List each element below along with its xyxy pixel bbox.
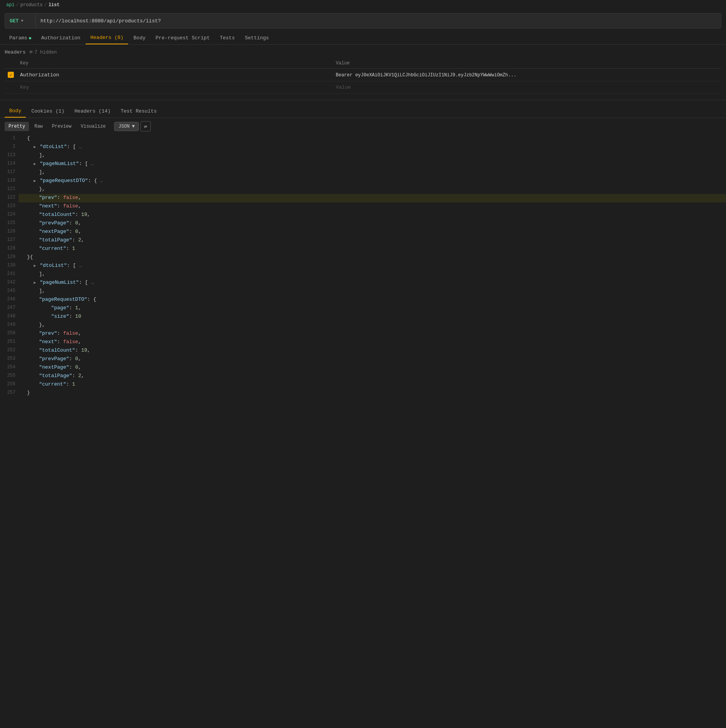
params-dot [29,37,31,39]
line-number: 118 [0,177,19,185]
line-number: 128 [0,245,19,253]
line-content: "nextPage": 0, [19,228,726,236]
method-dropdown[interactable]: GET ▼ [5,13,36,28]
line-number: 246 [0,296,19,304]
json-line-118: 118 ▶"pageRequestDTO": { … [0,177,726,185]
line-number: 124 [0,211,19,219]
format-raw[interactable]: Raw [30,122,47,131]
format-preview-label: Preview [52,124,71,129]
header-row-empty: Key Value [5,81,721,94]
col-value: Value [333,58,722,69]
line-content: "prevPage": 0, [19,355,726,364]
line-number: 242 [0,279,19,287]
headers-label-row: Headers 👁 7 hidden [5,48,721,57]
line-content: ▶"pageRequestDTO": { … [19,177,726,185]
json-line-251: 251 "next": false, [0,338,726,347]
tab-params[interactable]: Params [5,32,36,44]
json-line-248: 248 "size": 10 [0,313,726,321]
line-content: "next": false, [19,338,726,347]
response-tab-cookies[interactable]: Cookies (1) [27,105,69,117]
tab-settings-label: Settings [245,35,269,41]
line-number: 250 [0,330,19,338]
tab-authorization[interactable]: Authorization [37,32,85,44]
authorization-value: Bearer eyJ0eXAiOiJKV1QiLCJhbGciOiJIUzI1N… [336,72,517,78]
response-tab-headers[interactable]: Headers (14) [70,105,115,117]
wrap-button[interactable]: ⇌ [140,121,150,131]
json-line-127: 127 "totalPage": 2, [0,236,726,245]
response-tab-body[interactable]: Body [5,105,26,118]
breadcrumb-api[interactable]: api [6,2,15,8]
line-content: }{ [19,253,726,262]
line-content: ▶"pageNumList": [ … [19,160,726,169]
tab-tests-label: Tests [220,35,235,41]
tab-prerequest-label: Pre-request Script [155,35,209,41]
value-placeholder[interactable]: Value [336,84,351,90]
tab-headers[interactable]: Headers (8) [86,32,128,44]
line-number: 241 [0,270,19,279]
line-content: "nextPage": 0, [19,364,726,372]
key-placeholder[interactable]: Key [20,84,29,90]
line-content: ▶"pageNumList": [ … [19,279,726,287]
line-number: 252 [0,347,19,355]
url-input[interactable] [36,18,721,24]
tab-prerequest[interactable]: Pre-request Script [151,32,214,44]
tab-settings[interactable]: Settings [240,32,274,44]
line-number: 126 [0,228,19,236]
collapse-arrow[interactable]: ▶ [34,280,39,285]
json-line-128: 128 "current": 1 [0,245,726,253]
line-content: ], [19,287,726,296]
headers-label: Headers [5,49,26,55]
line-number: 113 [0,152,19,160]
json-line-241: 241 ], [0,270,726,279]
tab-tests[interactable]: Tests [215,32,240,44]
line-number: 127 [0,236,19,245]
wrap-icon: ⇌ [144,123,147,130]
tab-body[interactable]: Body [129,32,150,44]
json-line-1: 1{ [0,135,726,143]
breadcrumb-products[interactable]: products [20,2,43,8]
line-content: "current": 1 [19,381,726,389]
collapse-arrow[interactable]: ▶ [34,263,39,268]
format-select[interactable]: JSON ▼ [114,122,139,131]
line-number: 114 [0,160,19,169]
tab-authorization-label: Authorization [41,35,80,41]
line-content: "size": 10 [19,313,726,321]
line-number: 129 [0,253,19,262]
header-row-authorization: Authorization Bearer eyJ0eXAiOiJKV1QiLCJ… [5,69,721,81]
authorization-checkbox[interactable] [8,72,14,78]
json-line-249: 249 }, [0,321,726,330]
line-content: "totalCount": 19, [19,211,726,219]
json-line-255: 255 "totalPage": 2, [0,372,726,381]
format-preview[interactable]: Preview [48,122,75,131]
line-number: 253 [0,355,19,364]
line-number: 254 [0,364,19,372]
format-visualize[interactable]: Visualize [77,122,110,131]
collapse-arrow[interactable]: ▶ [34,162,39,166]
line-content: "prev": false, [19,330,726,338]
collapse-arrow[interactable]: ▶ [34,145,39,149]
line-content: "next": false, [19,202,726,211]
line-number: 123 [0,202,19,211]
response-tab-testresults-label: Test Results [121,108,157,114]
collapse-arrow[interactable]: ▶ [34,179,39,183]
line-content: ], [19,270,726,279]
line-number: 1 [0,135,19,143]
line-number: 255 [0,372,19,381]
line-number: 251 [0,338,19,347]
line-content: }, [19,185,726,194]
format-pretty[interactable]: Pretty [5,122,29,131]
json-line-113: 113 ], [0,152,726,160]
response-tab-headers-label: Headers (14) [74,108,111,114]
line-number: 248 [0,313,19,321]
json-line-250: 250 "prev": false, [0,330,726,338]
method-label: GET [10,18,19,24]
response-tab-testresults[interactable]: Test Results [116,105,162,117]
col-key: Key [17,58,333,69]
line-number: 256 [0,381,19,389]
json-line-125: 125 "prevPage": 0, [0,219,726,228]
tab-headers-label: Headers (8) [90,35,123,40]
format-raw-label: Raw [34,124,43,129]
request-tabs: Params Authorization Headers (8) Body Pr… [0,32,726,45]
url-bar: GET ▼ [5,13,721,29]
format-toolbar: Pretty Raw Preview Visualize JSON ▼ ⇌ [0,118,726,135]
